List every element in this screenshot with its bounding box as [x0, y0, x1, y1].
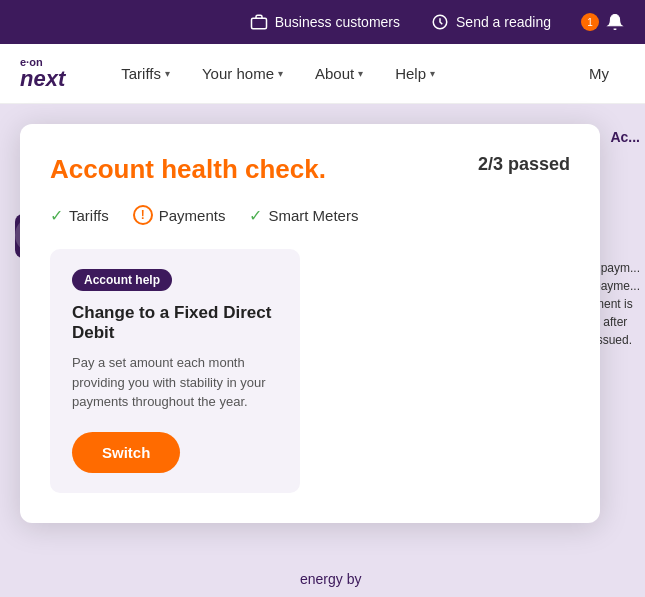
- help-card: Account help Change to a Fixed Direct De…: [50, 249, 300, 493]
- business-customers-link[interactable]: Business customers: [249, 12, 400, 32]
- check-tariffs: ✓ Tariffs: [50, 205, 109, 225]
- check-green-icon: ✓: [50, 206, 63, 225]
- nav-bar: e·on next Tariffs ▾ Your home ▾ About ▾ …: [0, 44, 645, 104]
- card-badge: Account help: [72, 269, 172, 291]
- briefcase-icon: [249, 12, 269, 32]
- page-background: W... 192 G... Ac... t paym... payme... m…: [0, 104, 645, 597]
- nav-your-home[interactable]: Your home ▾: [186, 44, 299, 104]
- svg-rect-0: [251, 18, 266, 29]
- card-title: Change to a Fixed Direct Debit: [72, 303, 278, 343]
- health-check-modal: Account health check. 2/3 passed ✓ Tarif…: [20, 124, 600, 523]
- modal-title: Account health check.: [50, 154, 326, 185]
- notification-item[interactable]: 1: [581, 12, 625, 32]
- bell-icon: [605, 12, 625, 32]
- nav-help[interactable]: Help ▾: [379, 44, 451, 104]
- your-home-chevron-icon: ▾: [278, 68, 283, 79]
- warning-icon: !: [133, 205, 153, 225]
- tariffs-chevron-icon: ▾: [165, 68, 170, 79]
- check-payments: ! Payments: [133, 205, 226, 225]
- about-chevron-icon: ▾: [358, 68, 363, 79]
- modal-score: 2/3 passed: [478, 154, 570, 175]
- modal-overlay: Account health check. 2/3 passed ✓ Tarif…: [0, 104, 645, 597]
- notification-badge: 1: [581, 13, 599, 31]
- top-bar: Business customers Send a reading 1: [0, 0, 645, 44]
- modal-checks: ✓ Tariffs ! Payments ✓ Smart Meters: [50, 205, 570, 225]
- check-smart-meters: ✓ Smart Meters: [249, 205, 358, 225]
- nav-my-account[interactable]: My: [573, 44, 625, 104]
- switch-button[interactable]: Switch: [72, 432, 180, 473]
- nav-about[interactable]: About ▾: [299, 44, 379, 104]
- help-chevron-icon: ▾: [430, 68, 435, 79]
- check-green-icon-2: ✓: [249, 206, 262, 225]
- send-reading-link[interactable]: Send a reading: [430, 12, 551, 32]
- modal-header: Account health check. 2/3 passed: [50, 154, 570, 185]
- bottom-text: energy by: [300, 571, 361, 587]
- meter-icon: [430, 12, 450, 32]
- card-description: Pay a set amount each month providing yo…: [72, 353, 278, 412]
- logo-next: next: [20, 68, 65, 90]
- logo[interactable]: e·on next: [20, 57, 65, 90]
- nav-tariffs[interactable]: Tariffs ▾: [105, 44, 186, 104]
